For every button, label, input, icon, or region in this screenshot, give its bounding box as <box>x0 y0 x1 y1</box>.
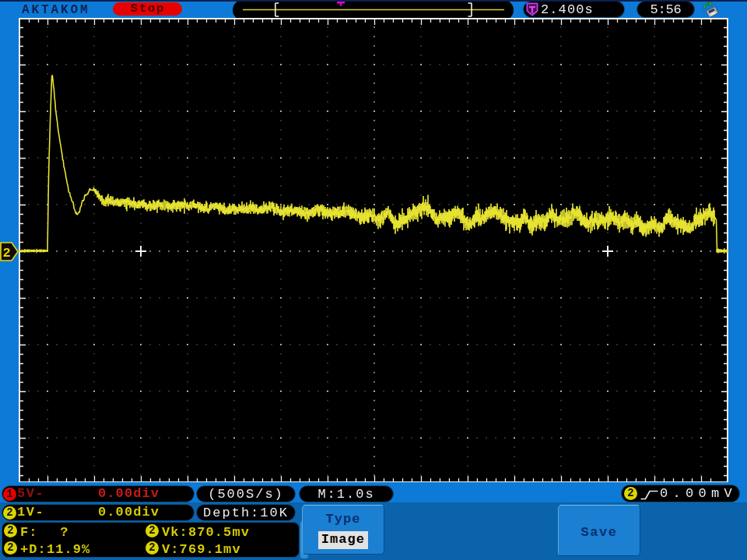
svg-text:2: 2 <box>2 246 10 261</box>
